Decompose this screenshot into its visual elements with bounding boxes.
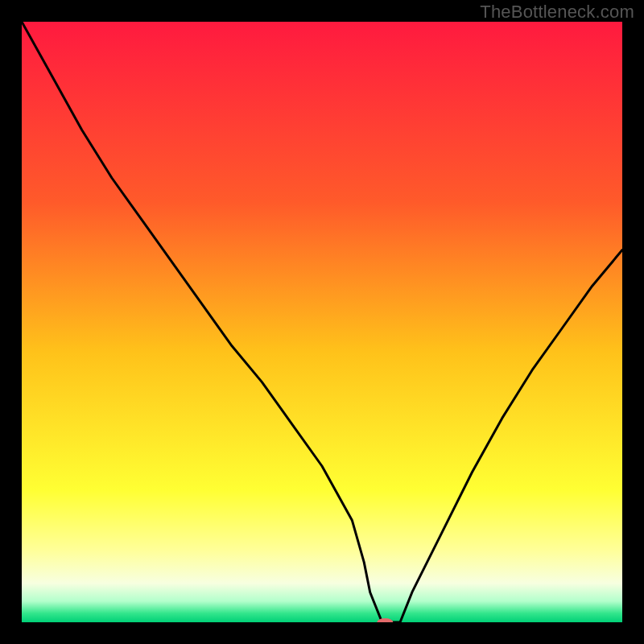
chart-svg <box>22 22 622 622</box>
bottleneck-chart <box>22 22 622 622</box>
gradient-background <box>22 22 622 622</box>
watermark-text: TheBottleneck.com <box>480 2 634 23</box>
chart-frame: TheBottleneck.com <box>0 0 644 644</box>
